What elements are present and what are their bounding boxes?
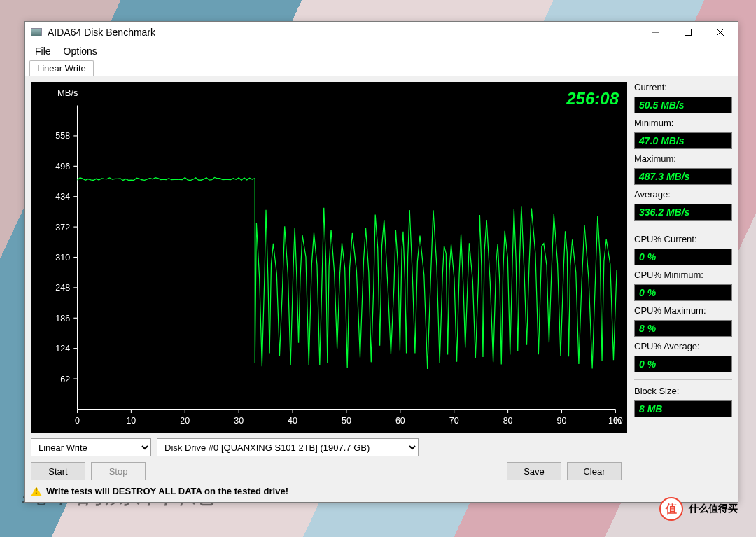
divider: [634, 228, 732, 228]
current-label: Current:: [634, 82, 732, 92]
divider: [634, 379, 732, 380]
svg-rect-0: [685, 29, 692, 36]
maximum-label: Maximum:: [634, 153, 732, 164]
cpu-maximum-value: 8 %: [634, 320, 732, 337]
tab-linear-write[interactable]: Linear Write: [29, 60, 94, 76]
content-area: 6212418624831037243449655801020304050607…: [25, 76, 738, 433]
start-button[interactable]: Start: [31, 462, 85, 480]
bottom-controls: Linear Write Disk Drive #0 [QUANXING S10…: [25, 433, 738, 502]
mode-select[interactable]: Linear Write: [31, 438, 151, 456]
cpu-average-value: 0 %: [634, 356, 732, 372]
titlebar[interactable]: AIDA64 Disk Benchmark: [25, 22, 738, 43]
block-size-label: Block Size:: [634, 386, 732, 396]
svg-text:30: 30: [234, 414, 244, 426]
y-axis-title: MB/s: [57, 88, 78, 98]
stats-panel: Current: 50.5 MB/s Minimum: 47.0 MB/s Ma…: [634, 82, 732, 433]
site-badge: 值 什么值得买: [659, 498, 738, 520]
current-value: 50.5 MB/s: [634, 97, 732, 113]
minimize-button[interactable]: [640, 22, 672, 43]
svg-text:186: 186: [55, 312, 70, 323]
menu-file[interactable]: File: [29, 44, 57, 58]
svg-text:20: 20: [180, 414, 190, 426]
cpu-minimum-value: 0 %: [634, 284, 732, 301]
app-window: AIDA64 Disk Benchmark File Options Linea…: [24, 21, 738, 503]
cpu-minimum-label: CPU% Minimum:: [634, 270, 732, 280]
svg-text:434: 434: [55, 191, 70, 202]
block-size-value: 8 MB: [634, 400, 732, 417]
svg-text:310: 310: [55, 252, 70, 263]
chart: 6212418624831037243449655801020304050607…: [31, 82, 627, 433]
app-icon: [31, 28, 42, 36]
svg-text:50: 50: [342, 414, 351, 426]
svg-text:70: 70: [449, 414, 459, 426]
svg-text:60: 60: [396, 414, 405, 426]
svg-text:248: 248: [55, 282, 70, 293]
drive-select[interactable]: Disk Drive #0 [QUANXING S101 2TB] (1907.…: [157, 438, 419, 456]
elapsed-timer: 256:08: [566, 89, 619, 109]
stop-button[interactable]: Stop: [91, 462, 146, 480]
warning-icon: [31, 487, 42, 496]
svg-text:496: 496: [55, 160, 70, 172]
cpu-maximum-label: CPU% Maximum:: [634, 305, 732, 316]
close-button[interactable]: [704, 22, 736, 43]
site-badge-text: 什么值得买: [689, 503, 738, 515]
svg-text:558: 558: [55, 130, 70, 141]
cpu-current-value: 0 %: [634, 249, 732, 265]
save-button[interactable]: Save: [507, 462, 561, 480]
chart-canvas: 6212418624831037243449655801020304050607…: [31, 82, 627, 433]
clear-button[interactable]: Clear: [567, 462, 622, 480]
svg-text:124: 124: [55, 343, 70, 354]
maximum-value: 487.3 MB/s: [634, 168, 732, 185]
svg-text:90: 90: [557, 414, 567, 426]
svg-text:10: 10: [126, 414, 136, 426]
svg-text:80: 80: [503, 414, 513, 426]
maximize-button[interactable]: [672, 22, 704, 43]
cpu-average-label: CPU% Average:: [634, 341, 732, 351]
menu-options[interactable]: Options: [58, 44, 103, 58]
warning-text: Write tests will DESTROY ALL DATA on the…: [46, 486, 288, 496]
window-title: AIDA64 Disk Benchmark: [48, 27, 640, 38]
average-label: Average:: [634, 189, 732, 200]
menubar: File Options: [25, 43, 738, 60]
warning-row: Write tests will DESTROY ALL DATA on the…: [31, 486, 732, 496]
svg-text:372: 372: [55, 221, 70, 232]
site-badge-icon: 值: [659, 497, 683, 521]
svg-text:40: 40: [288, 414, 298, 426]
tab-strip: Linear Write: [25, 60, 738, 76]
svg-text:%: %: [614, 414, 622, 426]
average-value: 336.2 MB/s: [634, 204, 732, 221]
svg-text:62: 62: [60, 373, 70, 384]
minimum-value: 47.0 MB/s: [634, 132, 732, 149]
svg-text:0: 0: [75, 414, 80, 426]
minimum-label: Minimum:: [634, 118, 732, 128]
cpu-current-label: CPU% Current:: [634, 234, 732, 244]
